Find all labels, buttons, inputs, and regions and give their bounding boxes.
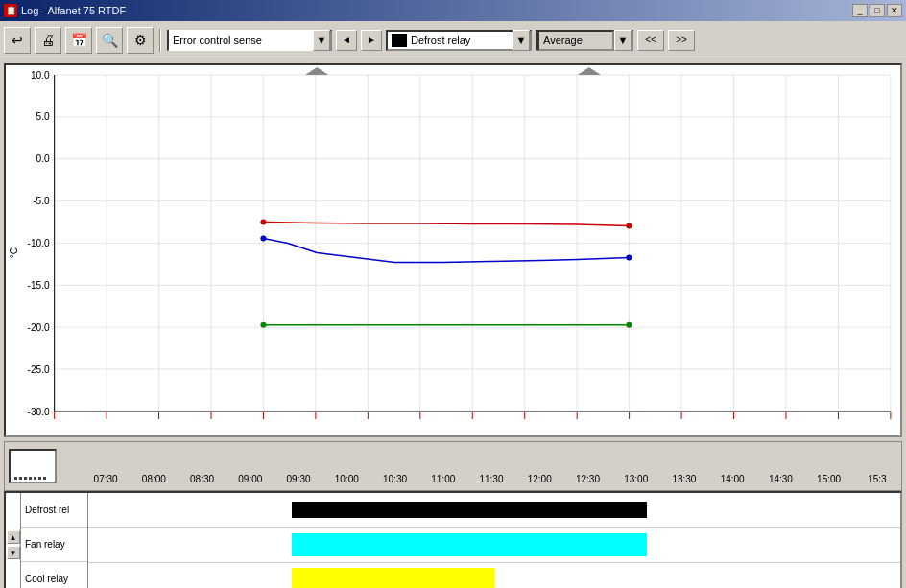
scroll-right-button[interactable]: >>: [668, 30, 695, 51]
cool-relay-row: [88, 563, 900, 588]
y-label-n20: -20.0: [28, 322, 50, 333]
minimize-button[interactable]: _: [852, 4, 868, 17]
time-13-30: 13:30: [660, 474, 708, 484]
time-08-30: 08:30: [178, 474, 226, 484]
time-09-00: 09:00: [226, 474, 274, 484]
time-12-00: 12:00: [515, 474, 563, 484]
red-dot-end: [626, 223, 632, 228]
time-08-00: 08:00: [130, 474, 178, 484]
red-dot-start: [260, 219, 266, 224]
blue-dot-end: [626, 255, 632, 261]
calendar-button[interactable]: 📅: [65, 27, 92, 54]
blue-line: [263, 238, 629, 262]
time-labels: 07:30 08:00 08:30 09:00 09:30 10:00 10:3…: [82, 474, 901, 484]
green-dot-end: [626, 322, 632, 328]
defrost-relay-bar: [292, 502, 647, 519]
toolbar: ↩ 🖨 📅 🔍 ⚙ Error control sense ▼ ◄ ► Defr…: [0, 21, 906, 59]
time-11-00: 11:00: [419, 474, 467, 484]
channel-dropdown-arrow[interactable]: ▼: [513, 30, 530, 51]
defrost-relay-row: [88, 493, 900, 528]
settings-button[interactable]: ⚙: [127, 27, 154, 54]
back-button[interactable]: ↩: [4, 27, 31, 54]
channel-label: Defrost relay: [411, 35, 470, 46]
fan-relay-bar: [292, 533, 647, 557]
avg-label: Average: [543, 35, 583, 46]
y-label-0: 0.0: [36, 153, 50, 164]
time-14-30: 14:30: [756, 474, 804, 484]
maximize-button[interactable]: □: [870, 4, 885, 17]
timeline-thumb[interactable]: [9, 449, 57, 483]
y-label-5: 5.0: [36, 111, 50, 122]
red-line: [263, 222, 629, 225]
window-title: Log - Alfanet 75 RTDF: [21, 5, 126, 16]
top-marker-2: [578, 67, 601, 75]
time-15-00: 15:00: [805, 474, 853, 484]
time-13-00: 13:00: [612, 474, 660, 484]
app-icon: 📋: [4, 4, 17, 17]
y-label-n30: -30.0: [28, 407, 50, 417]
relay-name-cool: Cool relay: [21, 562, 87, 588]
time-10-30: 10:30: [370, 474, 418, 484]
title-bar-left: 📋 Log - Alfanet 75 RTDF: [4, 4, 126, 17]
relay-scroll-up[interactable]: ▲: [7, 530, 20, 544]
time-09-30: 09:30: [274, 474, 322, 484]
time-14-00: 14:00: [708, 474, 756, 484]
relay-labels: Defrost rel Fan relay Cool relay: [21, 493, 88, 588]
fan-relay-row: [88, 528, 900, 562]
zoom-button[interactable]: 🔍: [96, 27, 123, 54]
nav-prev-button[interactable]: ◄: [336, 30, 357, 51]
nav-next-button[interactable]: ►: [361, 30, 382, 51]
sensor-dropdown-arrow[interactable]: ▼: [313, 30, 330, 51]
relay-panel: ▲ ▼ Defrost rel Fan relay Cool relay: [4, 491, 902, 588]
relay-name-fan: Fan relay: [21, 528, 87, 562]
y-label-n10: -10.0: [28, 239, 50, 249]
y-axis-label: °C: [9, 247, 19, 258]
cool-relay-bar: [292, 568, 495, 588]
avg-dropdown-arrow[interactable]: ▼: [614, 30, 632, 51]
sensor-label: Error control sense: [173, 35, 262, 46]
y-label-n15: -15.0: [28, 280, 50, 291]
top-marker-1: [305, 67, 328, 75]
timeline-dots: [14, 477, 46, 480]
title-bar: 📋 Log - Alfanet 75 RTDF _ □ ✕: [0, 0, 906, 21]
close-button[interactable]: ✕: [887, 4, 902, 17]
title-bar-controls: _ □ ✕: [852, 4, 902, 17]
timeline-area: 07:30 08:00 08:30 09:00 09:30 10:00 10:3…: [4, 441, 902, 491]
blue-dot-start: [260, 235, 266, 241]
chart-svg: °C 10.0 5.0 0.0 -5.0 -10.0 -15.0 -20.0 -…: [6, 65, 900, 435]
avg-dropdown[interactable]: Average: [537, 30, 614, 51]
time-15-30: 15:3: [853, 474, 901, 484]
relay-scroll-down[interactable]: ▼: [7, 546, 20, 559]
y-label-n5: -5.0: [33, 196, 50, 206]
scroll-left-button[interactable]: <<: [637, 30, 664, 51]
time-10-00: 10:00: [322, 474, 370, 484]
y-label-n25: -25.0: [28, 365, 50, 375]
relay-bar-area: [88, 493, 900, 588]
time-11-30: 11:30: [467, 474, 515, 484]
chart-area: °C 10.0 5.0 0.0 -5.0 -10.0 -15.0 -20.0 -…: [4, 63, 902, 437]
relay-name-defrost: Defrost rel: [21, 493, 87, 528]
time-12-30: 12:30: [563, 474, 611, 484]
sensor-dropdown[interactable]: Error control sense: [169, 30, 313, 51]
channel-color-box: [392, 34, 407, 47]
y-label-10: 10.0: [31, 70, 50, 81]
green-dot-start: [260, 322, 266, 328]
print-button[interactable]: 🖨: [35, 27, 61, 54]
toolbar-separator-1: [159, 29, 161, 52]
time-07-30: 07:30: [82, 474, 130, 484]
relay-scroll-controls: ▲ ▼: [6, 493, 21, 588]
